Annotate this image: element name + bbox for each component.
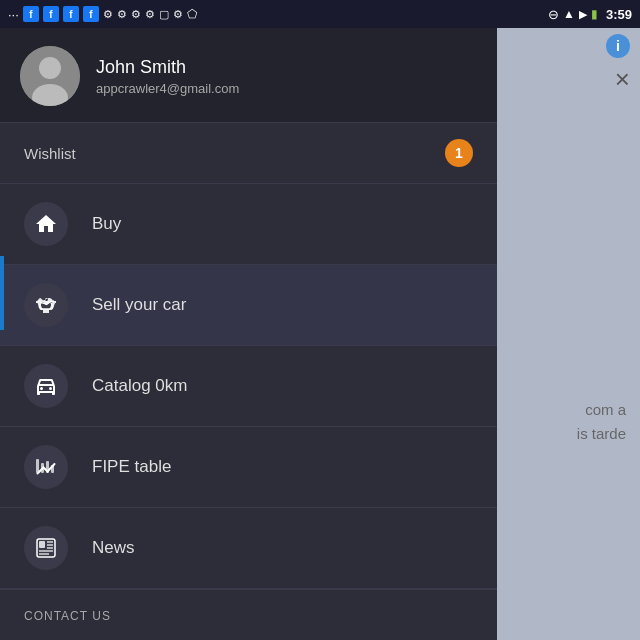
sell-icon-wrap (24, 283, 68, 327)
active-indicator (0, 256, 4, 330)
status-time: 3:59 (606, 7, 632, 22)
wishlist-badge: 1 (445, 139, 473, 167)
avatar-image (20, 46, 80, 106)
user-name: John Smith (96, 57, 239, 78)
info-button[interactable]: i (606, 34, 630, 58)
news-icon (34, 536, 58, 560)
sell-label: Sell your car (92, 295, 186, 315)
info-icon: i (606, 34, 630, 58)
home-icon (34, 212, 58, 236)
menu-list: Buy Sell your car (0, 184, 497, 589)
svg-point-5 (49, 387, 52, 390)
svg-rect-9 (51, 465, 54, 473)
avatar (20, 46, 80, 106)
minus-icon: ⊖ (548, 7, 559, 22)
wishlist-row[interactable]: Wishlist 1 (0, 123, 497, 184)
menu-item-buy[interactable]: Buy (0, 184, 497, 265)
svg-rect-7 (41, 463, 44, 473)
chart-icon (34, 455, 58, 479)
close-button[interactable]: × (615, 64, 630, 95)
menu-item-catalog[interactable]: Catalog 0km (0, 346, 497, 427)
facebook-icon-2: f (43, 6, 59, 22)
svg-rect-11 (39, 541, 45, 548)
drawer-footer: CONTACT US (0, 589, 497, 640)
car-icon (34, 374, 58, 398)
menu-item-news[interactable]: News (0, 508, 497, 589)
battery-icon: ▮ (591, 7, 598, 21)
main-container: i × com ais tarde John Smith appcrawler4… (0, 28, 640, 640)
news-label: News (92, 538, 135, 558)
wifi-icon: ▲ (563, 7, 575, 21)
news-icon-wrap (24, 526, 68, 570)
right-panel (495, 28, 640, 640)
facebook-icon-1: f (23, 6, 39, 22)
catalog-icon-wrap (24, 364, 68, 408)
fipe-icon-wrap (24, 445, 68, 489)
user-email: appcrawler4@gmail.com (96, 81, 239, 96)
bluetooth-icon: ⬠ (187, 7, 197, 21)
settings-icon-5: ⚙ (173, 8, 183, 21)
user-info: John Smith appcrawler4@gmail.com (96, 57, 239, 96)
drawer-header: John Smith appcrawler4@gmail.com (0, 28, 497, 123)
svg-point-4 (40, 387, 43, 390)
buy-icon-wrap (24, 202, 68, 246)
buy-label: Buy (92, 214, 121, 234)
facebook-icon-3: f (63, 6, 79, 22)
settings-icon-1: ⚙ (103, 8, 113, 21)
menu-item-fipe[interactable]: FIPE table (0, 427, 497, 508)
fipe-label: FIPE table (92, 457, 171, 477)
status-bar-right: ⊖ ▲ ▶ ▮ 3:59 (548, 7, 632, 22)
contact-us-label[interactable]: CONTACT US (24, 609, 111, 623)
settings-icon-2: ⚙ (117, 8, 127, 21)
catalog-label: Catalog 0km (92, 376, 187, 396)
signal-icon: ▶ (579, 8, 587, 21)
status-bar-left: ··· f f f f ⚙ ⚙ ⚙ ⚙ ▢ ⚙ ⬠ (8, 6, 197, 22)
drawer: John Smith appcrawler4@gmail.com Wishlis… (0, 28, 497, 640)
settings-icon-3: ⚙ (131, 8, 141, 21)
three-dots-icon: ··· (8, 7, 19, 22)
svg-point-3 (44, 301, 48, 305)
menu-item-sell[interactable]: Sell your car (0, 265, 497, 346)
status-bar: ··· f f f f ⚙ ⚙ ⚙ ⚙ ▢ ⚙ ⬠ ⊖ ▲ ▶ ▮ 3:59 (0, 0, 640, 28)
right-panel-text: com ais tarde (495, 398, 640, 446)
settings-icon-4: ⚙ (145, 8, 155, 21)
svg-point-1 (39, 57, 61, 79)
facebook-icon-4: f (83, 6, 99, 22)
svg-rect-6 (36, 459, 39, 473)
square-icon: ▢ (159, 8, 169, 21)
svg-rect-8 (46, 461, 49, 473)
wishlist-label: Wishlist (24, 145, 76, 162)
handshake-icon (34, 293, 58, 317)
